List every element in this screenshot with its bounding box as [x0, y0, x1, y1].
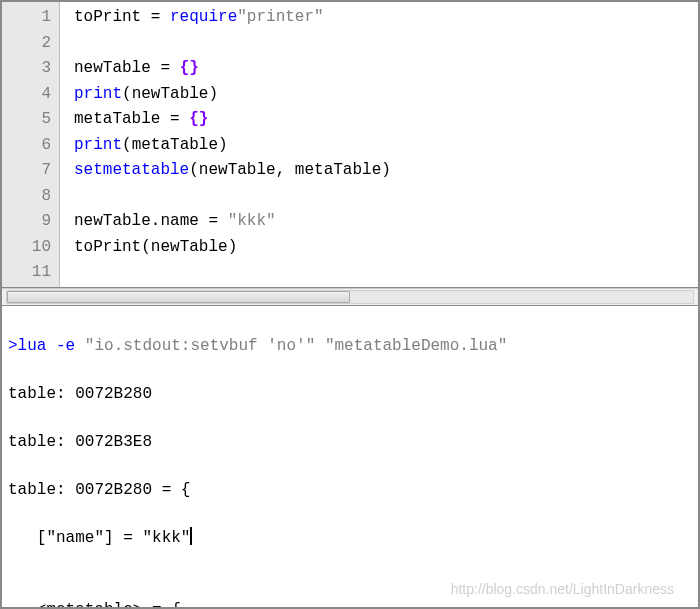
line-number: 1 — [2, 5, 51, 31]
code-token: setmetatable — [74, 161, 189, 179]
code-token: metaTable — [132, 136, 218, 154]
console-space — [315, 337, 325, 355]
code-token: ) — [381, 161, 391, 179]
code-line[interactable]: toPrint = require"printer" — [74, 5, 694, 31]
code-token: {} — [189, 110, 208, 128]
line-number: 10 — [2, 235, 51, 261]
scrollbar-thumb[interactable] — [7, 291, 350, 303]
code-editor[interactable]: 1234567891011 toPrint = require"printer"… — [2, 2, 698, 288]
console-output-line: table: 0072B280 — [8, 382, 692, 406]
console-output-line: table: 0072B3E8 — [8, 430, 692, 454]
console-output-line: <metatable> = { — [8, 598, 692, 609]
code-line[interactable]: print(metaTable) — [74, 133, 694, 159]
code-token: ) — [208, 85, 218, 103]
code-line[interactable] — [74, 184, 694, 210]
line-number: 6 — [2, 133, 51, 159]
console-output-line: table: 0072B280 = { — [8, 478, 692, 502]
code-line[interactable] — [74, 31, 694, 57]
output-console[interactable]: >lua -e "io.stdout:setvbuf 'no'" "metata… — [2, 306, 698, 609]
console-output-line: ["name"] = "kkk" — [8, 526, 692, 550]
line-number: 8 — [2, 184, 51, 210]
line-number: 7 — [2, 158, 51, 184]
line-number: 5 — [2, 107, 51, 133]
code-token: newTable — [151, 238, 228, 256]
code-area[interactable]: toPrint = require"printer"newTable = {}p… — [60, 2, 698, 287]
code-token: newTable — [199, 161, 276, 179]
text-cursor — [190, 527, 192, 545]
code-token: require — [170, 8, 237, 26]
prompt-char: > — [8, 337, 18, 355]
code-token: print — [74, 85, 122, 103]
code-token: ) — [228, 238, 238, 256]
horizontal-scrollbar[interactable] — [2, 288, 698, 306]
line-number: 2 — [2, 31, 51, 57]
code-line[interactable] — [74, 260, 694, 286]
code-token: ) — [218, 136, 228, 154]
code-line[interactable]: toPrint(newTable) — [74, 235, 694, 261]
line-gutter: 1234567891011 — [2, 2, 60, 287]
code-token: ( — [122, 136, 132, 154]
console-arg1: "io.stdout:setvbuf 'no'" — [85, 337, 315, 355]
code-line[interactable]: print(newTable) — [74, 82, 694, 108]
code-token: print — [74, 136, 122, 154]
line-number: 9 — [2, 209, 51, 235]
code-token: ( — [122, 85, 132, 103]
code-token: newTable — [74, 212, 151, 230]
code-token: , — [276, 161, 295, 179]
line-number: 11 — [2, 260, 51, 286]
console-command-line: >lua -e "io.stdout:setvbuf 'no'" "metata… — [8, 334, 692, 358]
code-token: toPrint — [74, 238, 141, 256]
code-token: metaTable — [295, 161, 381, 179]
code-token: {} — [180, 59, 199, 77]
scrollbar-track[interactable] — [6, 290, 694, 304]
line-number: 3 — [2, 56, 51, 82]
code-token: name — [160, 212, 208, 230]
code-line[interactable]: metaTable = {} — [74, 107, 694, 133]
console-arg2: "metatableDemo.lua" — [325, 337, 507, 355]
code-token: ( — [189, 161, 199, 179]
code-token: toPrint — [74, 8, 151, 26]
code-token: newTable — [74, 59, 160, 77]
code-token: = — [170, 110, 189, 128]
line-number: 4 — [2, 82, 51, 108]
code-token: = — [151, 8, 170, 26]
code-token: "printer" — [237, 8, 323, 26]
code-line[interactable]: newTable = {} — [74, 56, 694, 82]
code-token: metaTable — [74, 110, 170, 128]
code-token: = — [160, 59, 179, 77]
code-token: . — [151, 212, 161, 230]
code-token: "kkk" — [228, 212, 276, 230]
code-line[interactable]: setmetatable(newTable, metaTable) — [74, 158, 694, 184]
code-token: = — [208, 212, 227, 230]
console-exe: lua -e — [18, 337, 85, 355]
code-token: ( — [141, 238, 151, 256]
code-line[interactable]: newTable.name = "kkk" — [74, 209, 694, 235]
code-token: newTable — [132, 85, 209, 103]
